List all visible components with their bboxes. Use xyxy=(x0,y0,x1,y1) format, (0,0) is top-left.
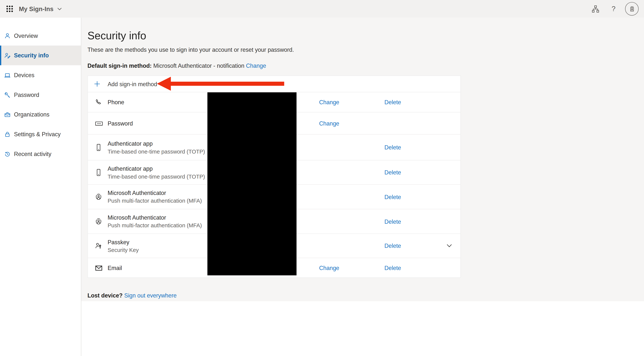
add-sign-in-method-button[interactable]: Add sign-in method xyxy=(88,76,460,92)
sidebar-item-overview[interactable]: Overview xyxy=(0,26,81,45)
lost-device-label: Lost device? xyxy=(88,292,123,299)
account-badge-icon xyxy=(628,5,636,13)
sidebar-item-label: Devices xyxy=(14,72,34,78)
method-text: Authenticator appTime-based one-time pas… xyxy=(108,139,205,155)
method-text: PasskeySecurity Key xyxy=(108,238,138,254)
change-link[interactable]: Change xyxy=(319,99,339,106)
app-title: My Sign-Ins xyxy=(19,5,54,12)
laptop-icon xyxy=(4,72,11,78)
method-text: Password xyxy=(108,119,133,128)
method-detail: Time-based one-time password (TOTP) xyxy=(108,147,205,155)
redaction-overlay xyxy=(207,92,296,276)
person-edit-icon xyxy=(4,52,11,59)
delete-link[interactable]: Delete xyxy=(384,243,401,249)
method-text: Authenticator appTime-based one-time pas… xyxy=(108,164,205,180)
screen: My Sign-Ins xyxy=(0,0,644,356)
sign-out-everywhere-link[interactable]: Sign out everywhere xyxy=(124,292,177,299)
main-content: Security info These are the methods you … xyxy=(81,18,644,301)
page-title: Security info xyxy=(88,29,644,42)
app-title-menu[interactable]: My Sign-Ins xyxy=(19,5,62,12)
account-button[interactable] xyxy=(625,2,638,16)
mobile-phone-icon xyxy=(88,168,108,176)
sidebar-item-password[interactable]: Password xyxy=(0,85,81,105)
top-bar-actions: ? xyxy=(589,2,644,16)
chevron-down-icon xyxy=(446,244,452,248)
page-description: These are the methods you use to sign in… xyxy=(88,46,644,53)
default-method-value: Microsoft Authenticator - notification xyxy=(153,62,244,69)
sidebar-item-recent-activity[interactable]: Recent activity xyxy=(0,144,81,164)
method-name: Phone xyxy=(108,98,124,106)
method-name: Microsoft Authenticator xyxy=(108,189,202,197)
sidebar-nav-list: Overview Security info xyxy=(0,18,81,164)
history-icon xyxy=(4,151,11,157)
method-detail: Time-based one-time password (TOTP) xyxy=(108,173,205,180)
plus-icon xyxy=(88,81,108,87)
lost-device-line: Lost device? Sign out everywhere xyxy=(88,292,177,299)
app-launcher-button[interactable] xyxy=(2,2,16,16)
org-switcher-button[interactable] xyxy=(589,2,602,15)
sidebar-item-label: Recent activity xyxy=(14,151,52,157)
key-icon xyxy=(4,91,11,98)
method-text: Microsoft AuthenticatorPush multi-factor… xyxy=(108,189,202,205)
default-sign-in-line: Default sign-in method: Microsoft Authen… xyxy=(88,62,644,69)
sidebar-item-label: Security info xyxy=(14,52,49,59)
authenticator-person-icon xyxy=(88,193,108,201)
method-name: Passkey xyxy=(108,238,138,246)
method-detail: Security Key xyxy=(108,246,138,254)
briefcase-icon xyxy=(4,111,11,118)
sidebar-item-label: Settings & Privacy xyxy=(14,131,61,138)
help-icon: ? xyxy=(612,5,616,13)
app-launcher-icon xyxy=(6,5,13,12)
method-text: Microsoft AuthenticatorPush multi-factor… xyxy=(108,213,202,229)
method-text: Phone xyxy=(108,98,124,106)
envelope-icon xyxy=(88,265,108,271)
default-method-change-link[interactable]: Change xyxy=(246,62,266,69)
sidebar: Overview Security info xyxy=(0,18,81,356)
top-bar: My Sign-Ins xyxy=(0,0,644,18)
sidebar-item-label: Overview xyxy=(14,32,38,39)
default-method-label: Default sign-in method: xyxy=(88,62,152,69)
sidebar-item-organizations[interactable]: Organizations xyxy=(0,105,81,124)
person-icon xyxy=(4,32,11,39)
delete-link[interactable]: Delete xyxy=(384,99,401,106)
add-sign-in-method-label: Add sign-in method xyxy=(108,81,157,87)
authenticator-person-icon xyxy=(88,218,108,225)
delete-link[interactable]: Delete xyxy=(384,169,401,176)
sidebar-item-devices[interactable]: Devices xyxy=(0,65,81,85)
sidebar-item-security-info[interactable]: Security info xyxy=(0,45,81,65)
mobile-phone-icon xyxy=(88,143,108,151)
method-detail: Push multi-factor authentication (MFA) xyxy=(108,222,202,229)
sidebar-item-label: Organizations xyxy=(14,111,49,118)
chevron-down-icon xyxy=(57,7,62,10)
lock-icon xyxy=(4,131,11,138)
sidebar-item-label: Password xyxy=(14,91,39,98)
method-name: Password xyxy=(108,119,133,128)
help-button[interactable]: ? xyxy=(607,2,620,15)
org-sitemap-icon xyxy=(592,5,600,13)
password-dots-icon xyxy=(88,120,108,127)
expand-row-button[interactable] xyxy=(446,243,453,249)
phone-icon xyxy=(88,98,108,106)
method-name: Microsoft Authenticator xyxy=(108,213,202,222)
sidebar-item-settings-privacy[interactable]: Settings & Privacy xyxy=(0,124,81,144)
method-text: Email xyxy=(108,264,122,272)
delete-link[interactable]: Delete xyxy=(384,265,401,271)
passkey-person-key-icon xyxy=(88,242,108,250)
method-name: Authenticator app xyxy=(108,164,205,173)
delete-link[interactable]: Delete xyxy=(384,144,401,151)
delete-link[interactable]: Delete xyxy=(384,218,401,225)
change-link[interactable]: Change xyxy=(319,265,339,271)
method-detail: Push multi-factor authentication (MFA) xyxy=(108,197,202,205)
change-link[interactable]: Change xyxy=(319,120,339,127)
method-name: Authenticator app xyxy=(108,139,205,147)
method-name: Email xyxy=(108,264,122,272)
delete-link[interactable]: Delete xyxy=(384,193,401,200)
